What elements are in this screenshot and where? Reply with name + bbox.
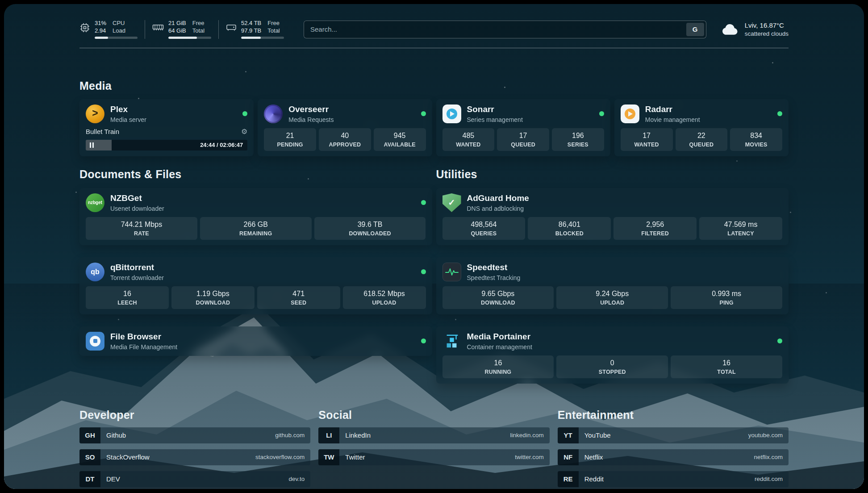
filebrowser-card[interactable]: File Browser Media File Management	[79, 326, 432, 356]
pause-icon[interactable]	[90, 142, 94, 148]
stat-download: 9.65 GbpsDOWNLOAD	[442, 286, 554, 309]
overseerr-card[interactable]: Overseerr Media Requests 21PENDING 40APP…	[258, 99, 432, 156]
disk-free-label: Free	[267, 20, 280, 27]
overseerr-status-dot	[421, 111, 426, 116]
bookmark-abbr: TW	[318, 449, 339, 465]
stat-ping: 0.993 msPING	[671, 286, 782, 309]
stat-upload: 9.24 GbpsUPLOAD	[556, 286, 668, 309]
stat-rate: 744.21 MbpsRATE	[86, 217, 197, 240]
bookmark-netflix[interactable]: NF Netflix netflix.com	[558, 449, 789, 465]
stat-queries: 498,564QUERIES	[442, 217, 526, 240]
sonarr-icon	[442, 104, 461, 123]
qbittorrent-card[interactable]: qb qBittorrent Torrent downloader 16LEEC…	[79, 257, 432, 314]
search-engine-button[interactable]: G	[686, 23, 704, 36]
plex-playback-bar[interactable]: 24:44 / 02:06:47	[86, 140, 247, 150]
ram-progress-bar	[168, 37, 211, 39]
bookmark-linkedin[interactable]: LI LinkedIn linkedin.com	[318, 427, 549, 443]
adguard-card[interactable]: ✓ AdGuard Home DNS and adblocking 498,56…	[436, 188, 789, 245]
search-input[interactable]	[304, 21, 706, 38]
qbittorrent-description: Torrent downloader	[110, 274, 164, 281]
stat-running: 16RUNNING	[442, 355, 554, 378]
bookmark-name: Netflix	[584, 453, 603, 461]
system-stats: 31% 2.94 CPU Load	[79, 20, 291, 39]
section-media: Media > Plex Media server Bullet Train ⚙	[79, 79, 789, 156]
plex-playback-time: 24:44 / 02:06:47	[200, 142, 243, 148]
bookmark-group-social: Social LI LinkedIn linkedin.com TW Twitt…	[318, 409, 549, 487]
sonarr-description: Series management	[467, 116, 523, 123]
stat-wanted: 485WANTED	[442, 128, 495, 151]
portainer-icon	[442, 332, 461, 351]
bookmark-stackoverflow[interactable]: SO StackOverflow stackoverflow.com	[79, 449, 310, 465]
plex-card[interactable]: > Plex Media server Bullet Train ⚙	[79, 99, 254, 156]
speedtest-description: Speedtest Tracking	[467, 274, 521, 281]
radarr-card[interactable]: Radarr Movie management 17WANTED 22QUEUE…	[614, 99, 789, 156]
filebrowser-icon	[86, 332, 104, 351]
section-title-media: Media	[79, 79, 789, 92]
stat-available: 945AVAILABLE	[374, 128, 426, 151]
stat-upload: 618.52 MbpsUPLOAD	[343, 286, 426, 309]
disk-total-value: 97.9 TB	[241, 28, 261, 34]
qbittorrent-status-dot	[421, 269, 426, 274]
section-title-utilities: Utilities	[436, 168, 789, 181]
topbar: 31% 2.94 CPU Load	[79, 4, 789, 39]
nzbget-name: NZBGet	[110, 193, 164, 204]
bookmark-url: dev.to	[289, 476, 305, 482]
cpu-stat: 31% 2.94 CPU Load	[79, 20, 145, 39]
bookmark-group-developer: Developer GH Github github.com SO StackO…	[79, 409, 310, 487]
speedtest-card[interactable]: Speedtest Speedtest Tracking 9.65 GbpsDO…	[436, 257, 789, 314]
weather-condition: scattered clouds	[745, 30, 789, 37]
nzbget-card[interactable]: nzbget NZBGet Usenet downloader 744.21 M…	[79, 188, 432, 245]
ram-free-value: 21 GiB	[168, 20, 186, 27]
settings-gear-icon[interactable]: ⚙	[241, 127, 247, 136]
bookmark-abbr: SO	[79, 449, 100, 465]
bookmark-abbr: NF	[558, 449, 579, 465]
disk-stat: 52.4 TB 97.9 TB Free Total	[219, 20, 291, 39]
bookmark-url: netflix.com	[754, 454, 783, 460]
overseerr-name: Overseerr	[288, 104, 334, 115]
overseerr-icon	[264, 104, 283, 123]
ram-total-label: Total	[192, 28, 204, 34]
stat-filtered: 2,956FILTERED	[613, 217, 697, 240]
bookmark-twitter[interactable]: TW Twitter twitter.com	[318, 449, 549, 465]
nzbget-status-dot	[421, 200, 426, 205]
disk-total-label: Total	[267, 28, 280, 34]
ram-free-label: Free	[192, 20, 204, 27]
sonarr-card[interactable]: Sonarr Series management 485WANTED 17QUE…	[436, 99, 610, 156]
filebrowser-name: File Browser	[110, 332, 177, 342]
radarr-description: Movie management	[645, 116, 700, 123]
bookmark-url: twitter.com	[515, 454, 544, 460]
portainer-card[interactable]: Media Portainer Container management 16R…	[436, 326, 789, 384]
bookmark-abbr: RE	[558, 471, 579, 487]
load-label: Load	[113, 28, 125, 34]
plex-name: Plex	[110, 104, 146, 115]
plex-status-dot	[242, 111, 247, 116]
section-title-developer: Developer	[79, 409, 310, 422]
stat-latency: 47.569 msLATENCY	[699, 217, 782, 240]
cpu-load-value: 2.94	[95, 28, 106, 34]
section-title-documents: Documents & Files	[79, 168, 432, 181]
bookmark-github[interactable]: GH Github github.com	[79, 427, 310, 443]
bookmark-dev[interactable]: DT DEV dev.to	[79, 471, 310, 487]
speedtest-icon	[442, 263, 461, 281]
bookmark-youtube[interactable]: YT YouTube youtube.com	[558, 427, 789, 443]
bookmark-reddit[interactable]: RE Reddit reddit.com	[558, 471, 789, 487]
bookmark-abbr: YT	[558, 427, 579, 443]
speedtest-name: Speedtest	[467, 263, 521, 273]
weather-widget: Lviv, 16.87°C scattered clouds	[721, 21, 789, 37]
weather-location: Lviv, 16.87°C	[745, 21, 789, 29]
qbittorrent-icon: qb	[86, 263, 104, 281]
bookmark-abbr: LI	[318, 427, 339, 443]
stat-movies: 834MOVIES	[730, 128, 782, 151]
stat-approved: 40APPROVED	[319, 128, 371, 151]
plex-icon: >	[86, 104, 104, 123]
stat-seed: 471SEED	[257, 286, 340, 309]
disk-icon	[226, 22, 237, 32]
ram-icon	[152, 22, 164, 32]
section-title-social: Social	[318, 409, 549, 422]
radarr-name: Radarr	[645, 104, 700, 115]
adguard-name: AdGuard Home	[467, 193, 529, 204]
bookmark-name: LinkedIn	[345, 431, 371, 439]
sonarr-name: Sonarr	[467, 104, 523, 115]
nzbget-description: Usenet downloader	[110, 205, 164, 212]
stat-pending: 21PENDING	[264, 128, 316, 151]
